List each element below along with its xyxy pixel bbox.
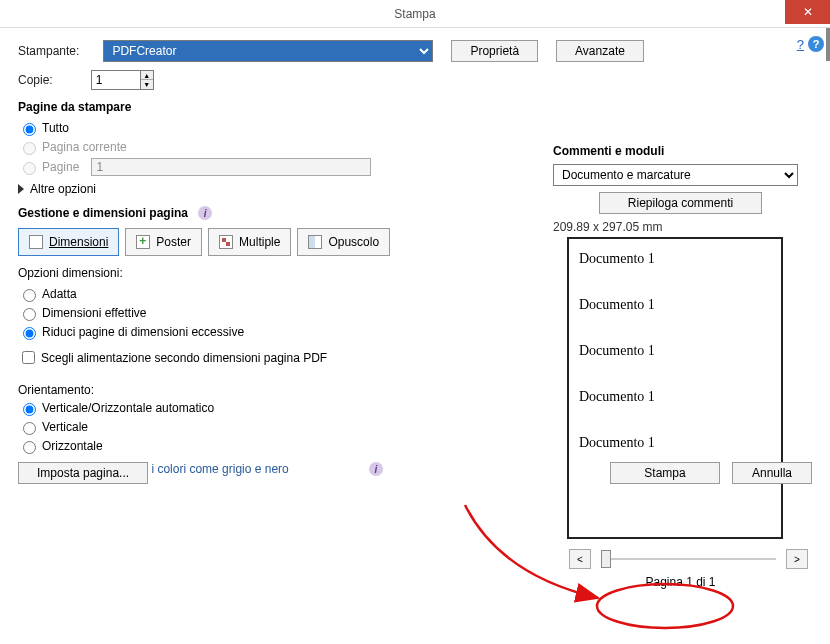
preview-line: Documento 1 xyxy=(579,297,771,313)
titlebar: Stampa ✕ xyxy=(0,0,830,28)
preview-nav: < > xyxy=(569,549,808,569)
radio-fit-input[interactable] xyxy=(23,289,36,302)
dialog-content: ? ? Stampante: PDFCreator Proprietà Avan… xyxy=(0,28,830,498)
radio-pages-label: Pagine xyxy=(42,160,79,174)
next-page-button[interactable]: > xyxy=(786,549,808,569)
radio-pages-input xyxy=(23,162,36,175)
tab-poster[interactable]: Poster xyxy=(125,228,202,256)
radio-actual-input[interactable] xyxy=(23,308,36,321)
comments-select[interactable]: Documento e marcature xyxy=(553,164,798,186)
orient-auto-input[interactable] xyxy=(23,403,36,416)
cancel-label: Annulla xyxy=(752,466,792,480)
close-button[interactable]: ✕ xyxy=(785,0,830,24)
multiple-icon xyxy=(219,235,233,249)
footer-right: Stampa Annulla xyxy=(610,462,812,484)
orient-portrait-label: Verticale xyxy=(42,420,88,434)
help-link[interactable]: ? xyxy=(797,37,804,52)
spinner-up-icon[interactable]: ▲ xyxy=(141,71,153,80)
tab-multiple-label: Multiple xyxy=(239,235,280,249)
printer-row: Stampante: PDFCreator Proprietà Avanzate xyxy=(18,40,812,62)
radio-all-label: Tutto xyxy=(42,121,69,135)
orient-landscape-input[interactable] xyxy=(23,441,36,454)
tab-booklet[interactable]: Opuscolo xyxy=(297,228,390,256)
right-column: Commenti e moduli Documento e marcature … xyxy=(553,144,808,589)
comments-title: Commenti e moduli xyxy=(553,144,808,158)
triangle-right-icon xyxy=(18,184,24,194)
footer: Imposta pagina... Stampa Annulla xyxy=(18,462,812,484)
pages-section-title: Pagine da stampare xyxy=(18,100,812,114)
radio-shrink-input[interactable] xyxy=(23,327,36,340)
info-icon[interactable]: i xyxy=(198,206,212,220)
page-indicator: Pagina 1 di 1 xyxy=(553,575,808,589)
paper-source-checkbox[interactable] xyxy=(22,351,35,364)
printer-select[interactable]: PDFCreator xyxy=(103,40,433,62)
preview-dimensions: 209.89 x 297.05 mm xyxy=(553,220,808,234)
cancel-button[interactable]: Annulla xyxy=(732,462,812,484)
properties-button[interactable]: Proprietà xyxy=(451,40,538,62)
svg-point-1 xyxy=(597,584,733,628)
prev-page-button[interactable]: < xyxy=(569,549,591,569)
radio-all-input[interactable] xyxy=(23,123,36,136)
preview-box: Documento 1 Documento 1 Documento 1 Docu… xyxy=(567,237,783,539)
paper-source-label: Scegli alimentazione secondo dimensioni … xyxy=(41,351,327,365)
handling-title: Gestione e dimensioni pagina xyxy=(18,206,188,220)
preview-line: Documento 1 xyxy=(579,343,771,359)
advanced-button[interactable]: Avanzate xyxy=(556,40,644,62)
summarize-label: Riepiloga commenti xyxy=(628,196,733,210)
radio-current-input xyxy=(23,142,36,155)
tab-size-label: Dimensioni xyxy=(49,235,108,249)
print-label: Stampa xyxy=(644,466,685,480)
tab-size[interactable]: Dimensioni xyxy=(18,228,119,256)
poster-icon xyxy=(136,235,150,249)
radio-actual-label: Dimensioni effettive xyxy=(42,306,147,320)
orient-landscape-label: Orizzontale xyxy=(42,439,103,453)
summarize-comments-button[interactable]: Riepiloga commenti xyxy=(599,192,762,214)
booklet-icon xyxy=(308,235,322,249)
properties-label: Proprietà xyxy=(470,44,519,58)
help-icon[interactable]: ? xyxy=(808,36,824,52)
tab-booklet-label: Opuscolo xyxy=(328,235,379,249)
page-setup-button[interactable]: Imposta pagina... xyxy=(18,462,148,484)
tab-multiple[interactable]: Multiple xyxy=(208,228,291,256)
copies-row: Copie: ▲ ▼ xyxy=(18,70,812,90)
radio-all[interactable]: Tutto xyxy=(18,120,812,136)
tab-poster-label: Poster xyxy=(156,235,191,249)
preview-line: Documento 1 xyxy=(579,435,771,451)
orient-portrait-input[interactable] xyxy=(23,422,36,435)
preview-line: Documento 1 xyxy=(579,389,771,405)
radio-current-label: Pagina corrente xyxy=(42,140,127,154)
print-button[interactable]: Stampa xyxy=(610,462,720,484)
orient-auto-label: Verticale/Orizzontale automatico xyxy=(42,401,214,415)
page-setup-label: Imposta pagina... xyxy=(37,466,129,480)
pages-range-input xyxy=(91,158,371,176)
size-icon xyxy=(29,235,43,249)
printer-label: Stampante: xyxy=(18,44,79,58)
radio-shrink-label: Riduci pagine di dimensioni eccessive xyxy=(42,325,244,339)
copies-label: Copie: xyxy=(18,73,53,87)
help-area: ? ? xyxy=(797,36,824,52)
copies-input[interactable] xyxy=(91,70,141,90)
window-title: Stampa xyxy=(394,7,435,21)
radio-fit-label: Adatta xyxy=(42,287,77,301)
copies-spinner[interactable]: ▲ ▼ xyxy=(140,70,154,90)
preview-slider[interactable] xyxy=(601,558,776,560)
more-options-label: Altre opzioni xyxy=(30,182,96,196)
slider-thumb[interactable] xyxy=(601,550,611,568)
advanced-label: Avanzate xyxy=(575,44,625,58)
spinner-down-icon[interactable]: ▼ xyxy=(141,80,153,89)
preview-line: Documento 1 xyxy=(579,251,771,267)
close-icon: ✕ xyxy=(803,5,813,19)
